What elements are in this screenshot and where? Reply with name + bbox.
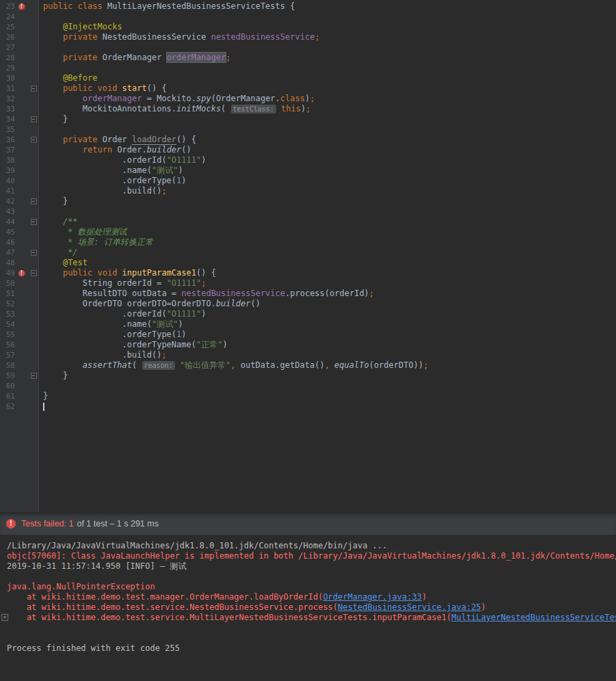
line-number: 26 bbox=[0, 32, 15, 42]
fold-column bbox=[28, 186, 39, 196]
expand-icon[interactable] bbox=[1, 614, 8, 621]
code-line[interactable]: 33 MockitoAnnotations.initMocks( testCla… bbox=[0, 104, 616, 114]
code-line[interactable]: 26 private NestedBusinessService nestedB… bbox=[0, 32, 616, 42]
console-line: at wiki.hitime.demo.test.service.MultiLa… bbox=[7, 613, 616, 623]
code-line[interactable]: 54 .name("测试") bbox=[0, 319, 616, 330]
code-line[interactable]: 42 } bbox=[0, 196, 616, 206]
code-line[interactable]: 32 orderManager = Mockito.spy(OrderManag… bbox=[0, 94, 616, 104]
gutter-icon-slot bbox=[15, 237, 28, 248]
line-number: 48 bbox=[0, 258, 15, 268]
code-line[interactable]: 31 public void start() { bbox=[0, 83, 616, 94]
inline-parameter-hint: reason: bbox=[142, 361, 175, 370]
code-line[interactable]: 35 bbox=[0, 124, 616, 135]
code-text: private Order loadOrder() { bbox=[40, 135, 196, 145]
code-line[interactable]: 45 * 数据处理测试 bbox=[0, 227, 616, 237]
stack-trace-link[interactable]: OrderManager.java:33 bbox=[323, 592, 422, 602]
code-line[interactable]: 44 /** bbox=[0, 217, 616, 227]
code-line[interactable]: 30 @Before bbox=[0, 73, 616, 83]
gutter-icon-slot bbox=[15, 371, 28, 381]
code-line[interactable]: 49 public void inputParamCase1() { bbox=[0, 268, 616, 278]
line-number: 51 bbox=[0, 289, 15, 299]
gutter: 52 bbox=[0, 299, 40, 309]
code-line[interactable]: 60 bbox=[0, 381, 616, 391]
code-text: .name("测试") bbox=[40, 165, 183, 176]
code-line[interactable]: 51 ResultDTO outData = nestedBusinessSer… bbox=[0, 289, 616, 299]
editor-lines: 23public class MultiLayerNestedBusinessS… bbox=[0, 0, 616, 412]
stack-trace-link[interactable]: NestedBusinessService.java:25 bbox=[338, 602, 481, 612]
code-line[interactable]: 25 @InjectMocks bbox=[0, 22, 616, 32]
code-editor[interactable]: 23public class MultiLayerNestedBusinessS… bbox=[0, 0, 616, 512]
fold-marker-icon[interactable] bbox=[31, 219, 37, 225]
gutter-icon-slot bbox=[15, 227, 28, 237]
gutter: 59 bbox=[0, 371, 40, 381]
line-number: 31 bbox=[0, 83, 15, 94]
code-line[interactable]: 48 @Test bbox=[0, 258, 616, 268]
code-line[interactable]: 43 bbox=[0, 206, 616, 217]
gutter-icon-slot bbox=[15, 278, 28, 289]
console-line: at wiki.hitime.demo.test.service.NestedB… bbox=[7, 602, 616, 613]
test-failed-icon[interactable] bbox=[18, 270, 25, 277]
code-line[interactable]: 39 .name("测试") bbox=[0, 165, 616, 176]
code-line[interactable]: 34 } bbox=[0, 114, 616, 124]
line-number: 28 bbox=[0, 53, 15, 63]
test-status-bar: ! Tests failed: 1 of 1 test – 1 s 291 ms bbox=[0, 512, 616, 535]
fold-column bbox=[28, 350, 39, 360]
code-line[interactable]: 46 * 场景: 订单转换正常 bbox=[0, 237, 616, 248]
code-line[interactable]: 37 return Order.builder() bbox=[0, 145, 616, 155]
fold-column bbox=[28, 22, 39, 32]
code-line[interactable]: 53 .orderId("O1111") bbox=[0, 309, 616, 319]
console-line: 2019-10-31 11:57:14.950 [INFO] — 测试 bbox=[7, 561, 616, 572]
fold-marker-icon[interactable] bbox=[31, 85, 37, 92]
gutter: 58 bbox=[0, 360, 40, 371]
code-line[interactable]: 52 OrderDTO orderDTO=OrderDTO.builder() bbox=[0, 299, 616, 309]
code-line[interactable]: 28 private OrderManager orderManager; bbox=[0, 53, 616, 63]
gutter-icon-slot bbox=[15, 391, 28, 401]
code-line[interactable]: 50 String orderId = "O1111"; bbox=[0, 278, 616, 289]
fold-marker-icon[interactable] bbox=[31, 373, 37, 379]
code-line[interactable]: 36 private Order loadOrder() { bbox=[0, 135, 616, 145]
gutter-icon-slot bbox=[15, 32, 28, 42]
inline-parameter-hint: testClass: bbox=[231, 105, 276, 113]
code-text: MockitoAnnotations.initMocks( testClass:… bbox=[40, 104, 310, 114]
gutter: 57 bbox=[0, 350, 40, 360]
line-number: 23 bbox=[0, 1, 15, 12]
code-text: /** bbox=[40, 217, 78, 227]
code-text: .orderTypeName("正常") bbox=[40, 340, 228, 350]
fold-marker-icon[interactable] bbox=[31, 270, 37, 276]
line-number: 33 bbox=[0, 104, 15, 114]
fold-marker-icon[interactable] bbox=[31, 137, 37, 143]
fold-marker-icon[interactable] bbox=[31, 116, 37, 122]
stack-trace-link[interactable]: MultiLayerNestedBusinessServiceTests. bbox=[451, 613, 616, 622]
code-line[interactable]: 23public class MultiLayerNestedBusinessS… bbox=[0, 1, 616, 12]
code-line[interactable]: 57 .build(); bbox=[0, 350, 616, 360]
code-line[interactable]: 59 } bbox=[0, 371, 616, 381]
gutter: 49 bbox=[0, 268, 40, 278]
code-line[interactable]: 62 bbox=[0, 401, 616, 412]
fold-marker-icon[interactable] bbox=[31, 198, 37, 204]
code-line[interactable]: 40 .orderType(1) bbox=[0, 176, 616, 186]
code-line[interactable]: 61} bbox=[0, 391, 616, 401]
console-line: at wiki.hitime.demo.test.manager.OrderMa… bbox=[7, 592, 616, 602]
line-number: 30 bbox=[0, 73, 15, 83]
code-line[interactable]: 29 bbox=[0, 63, 616, 73]
console-line bbox=[7, 623, 616, 633]
code-line[interactable]: 27 bbox=[0, 42, 616, 53]
run-console[interactable]: /Library/Java/JavaVirtualMachines/jdk1.8… bbox=[0, 535, 616, 681]
fold-column bbox=[28, 381, 39, 391]
test-failed-icon[interactable] bbox=[18, 3, 25, 10]
code-text: @InjectMocks bbox=[40, 22, 122, 32]
code-line[interactable]: 56 .orderTypeName("正常") bbox=[0, 340, 616, 350]
code-text: .name("测试") bbox=[40, 319, 183, 330]
line-number: 42 bbox=[0, 196, 15, 206]
code-line[interactable]: 58 assertThat( reason: "输出值异常", outData.… bbox=[0, 360, 616, 371]
fold-marker-icon[interactable] bbox=[31, 250, 37, 256]
code-line[interactable]: 24 bbox=[0, 12, 616, 22]
fold-column bbox=[28, 248, 39, 258]
code-line[interactable]: 41 .build(); bbox=[0, 186, 616, 196]
gutter: 51 bbox=[0, 289, 40, 299]
code-text: public void start() { bbox=[40, 83, 167, 94]
code-line[interactable]: 55 .orderType(1) bbox=[0, 330, 616, 340]
fold-column bbox=[28, 319, 39, 330]
code-line[interactable]: 47 */ bbox=[0, 248, 616, 258]
code-line[interactable]: 38 .orderId("O1111") bbox=[0, 155, 616, 165]
